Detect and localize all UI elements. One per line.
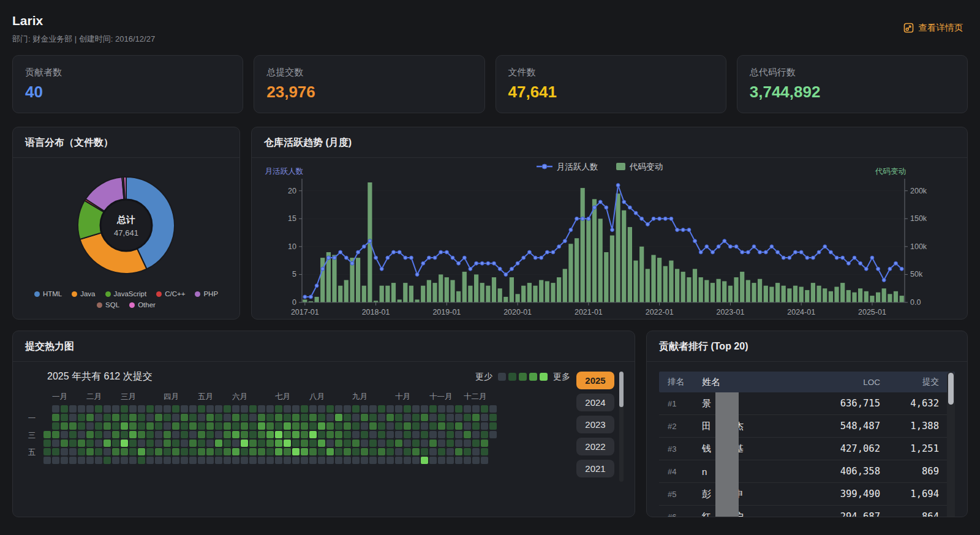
legend-item-java[interactable]: Java [72, 290, 95, 297]
heatmap-cell [395, 440, 402, 447]
svg-text:2023-01: 2023-01 [716, 308, 744, 316]
year-button-2025[interactable]: 2025 [576, 372, 614, 389]
detail-page-link[interactable]: 查看详情页 [903, 22, 963, 34]
month-label: 十月 [395, 392, 410, 402]
heatmap-cell [86, 422, 94, 430]
heatmap-cell [275, 457, 282, 464]
heatmap-cell [95, 457, 102, 464]
heatmap-cell [86, 457, 94, 464]
year-button-2022[interactable]: 2022 [576, 438, 614, 455]
heatmap-cell [464, 457, 471, 464]
heatmap-cell [181, 457, 188, 464]
heatmap-cell [215, 440, 222, 447]
year-button-2021[interactable]: 2021 [576, 460, 614, 477]
heatmap-cell [395, 405, 402, 413]
year-list-scrollbar[interactable] [619, 372, 624, 482]
heatmap-cell [472, 440, 480, 447]
heatmap-cell [386, 405, 394, 413]
heatmap-cell [78, 457, 85, 464]
legend-dot [156, 291, 162, 297]
heatmap-cell [224, 448, 231, 455]
heatmap-cell [429, 457, 437, 464]
legend-item-html[interactable]: HTML [34, 290, 62, 297]
bar-code-change [391, 283, 396, 302]
stat-label: 文件数 [508, 67, 714, 78]
bar-code-change [356, 258, 360, 302]
heatmap-cell [292, 405, 300, 413]
contributor-row: #6红户294,687864 [659, 506, 955, 517]
bar-code-change [338, 286, 342, 302]
heatmap-cell [369, 448, 377, 455]
heatmap-cell [215, 422, 222, 430]
heatmap-cell [326, 448, 334, 455]
heatmap-cell [181, 440, 188, 447]
heatmap-cell [43, 457, 51, 464]
heatmap-cell [232, 448, 239, 455]
heatmap-cell [412, 448, 420, 455]
month-label: 九月 [352, 392, 368, 402]
heatmap-cell [481, 405, 488, 413]
heatmap-cell [326, 414, 334, 421]
heatmap-cell [301, 414, 308, 421]
bar-code-change [539, 280, 543, 303]
heatmap-cell [404, 414, 411, 421]
col-commits: 提交 [880, 376, 939, 387]
bar-code-change [610, 236, 614, 302]
commit-value: 864 [880, 511, 939, 517]
heatmap-cell [429, 448, 437, 455]
heatmap-cell [52, 431, 59, 438]
heatmap-cell [104, 431, 111, 438]
heatmap-cell [224, 457, 231, 464]
legend-item-sql[interactable]: SQL [97, 301, 119, 309]
heatmap-cell [224, 422, 231, 430]
legend-item-other[interactable]: Other [129, 301, 156, 309]
heatmap-cell [309, 440, 317, 447]
legend-item-c-c-[interactable]: C/C++ [156, 290, 185, 297]
svg-text:15: 15 [288, 214, 296, 223]
legend-item-javascript[interactable]: JavaScript [105, 290, 147, 297]
bar-code-change [817, 286, 821, 302]
heatmap-cell [232, 440, 239, 447]
heatmap-cell [241, 405, 248, 413]
heatmap-cell [472, 431, 480, 438]
heatmap-cell [412, 422, 420, 430]
bar-code-change [415, 299, 420, 302]
heatmap-cell [421, 431, 428, 438]
heatmap-cell [438, 414, 445, 421]
heatmap-cell [241, 431, 248, 438]
legend-more-label: 更多 [553, 372, 570, 383]
heatmap-cell [52, 414, 59, 421]
month-label: 八月 [309, 392, 325, 402]
bar-code-change [823, 288, 827, 302]
year-button-2023[interactable]: 2023 [576, 416, 614, 433]
heatmap-cell [472, 448, 480, 455]
dashboard-page: Larix 部门: 财金业务部 | 创建时间: 2016/12/27 查看详情页… [0, 0, 980, 517]
heatmap-cell [206, 414, 214, 421]
heatmap-cell [404, 431, 411, 438]
contributor-row: #3钱基427,0621,251 [659, 438, 955, 460]
svg-text:200k: 200k [910, 187, 927, 195]
heatmap-cell [489, 422, 497, 430]
heatmap-cell [181, 422, 188, 430]
svg-text:2018-01: 2018-01 [362, 308, 390, 316]
heatmap-cell [352, 414, 360, 421]
bar-code-change [498, 288, 502, 302]
legend-item-code-change[interactable]: 代码变动 [616, 162, 663, 171]
bar-code-change [462, 272, 467, 302]
heatmap-cell [464, 431, 471, 438]
heatmap-cell [232, 457, 239, 464]
year-button-2024[interactable]: 2024 [576, 394, 614, 411]
heatmap-cell [164, 422, 171, 430]
heatmap-cell [309, 448, 317, 455]
svg-text:150k: 150k [910, 214, 927, 223]
heatmap-cell [198, 422, 205, 430]
svg-text:5: 5 [292, 270, 296, 279]
legend-item-active-users[interactable]: 月活跃人数 [537, 162, 598, 171]
legend-item-php[interactable]: PHP [195, 290, 218, 297]
table-scrollbar[interactable] [947, 372, 955, 517]
heatmap-cell [266, 440, 274, 447]
heatmap-cell [412, 405, 420, 413]
month-label: 三月 [121, 392, 136, 402]
heatmap-cell [301, 457, 308, 464]
bar-code-change [303, 299, 307, 302]
